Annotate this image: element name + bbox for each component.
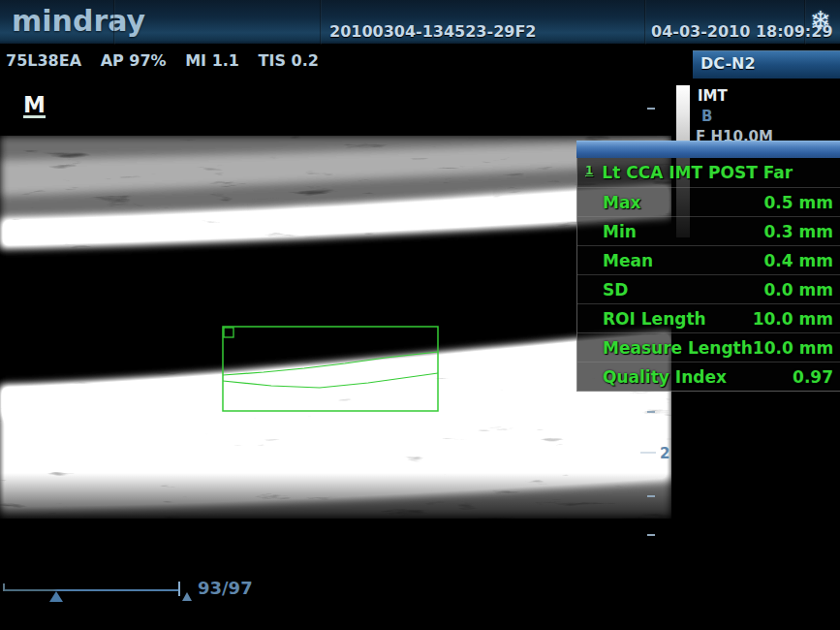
depth-tick — [647, 108, 655, 110]
result-value: 10.0 mm — [753, 338, 833, 358]
measurement-title: Lt CCA IMT POST Far — [602, 163, 793, 182]
cine-frame-counter: 93/97 — [198, 578, 253, 598]
result-value: 0.0 mm — [764, 280, 833, 299]
probe-orientation-marker: M — [23, 92, 46, 118]
measurement-results-panel: 1Lt CCA IMT POST Far Max 0.5 mm Min 0.3 … — [576, 141, 840, 392]
submode-label: B — [701, 108, 712, 125]
results-title-row: 1Lt CCA IMT POST Far — [577, 158, 840, 187]
result-label: Quality Index — [603, 367, 727, 387]
exam-id: 20100304-134523-29F2 — [329, 22, 536, 41]
result-value: 0.4 mm — [764, 251, 833, 270]
cine-scrollbar[interactable] — [3, 589, 180, 591]
topbar-divider — [644, 0, 646, 45]
result-row-min: Min 0.3 mm — [577, 216, 840, 245]
imaging-mode-label: IMT — [698, 87, 728, 105]
topbar-divider — [320, 0, 322, 45]
depth-label: 2 — [660, 445, 669, 462]
result-row-roi-length: ROI Length 10.0 mm — [577, 303, 840, 332]
result-row-measure-length: Measure Length 10.0 mm — [577, 332, 840, 362]
cine-end-marker — [178, 582, 180, 596]
mindray-logo: mindray — [12, 4, 145, 38]
result-label: Max — [603, 193, 640, 212]
result-row-max: Max 0.5 mm — [577, 187, 840, 216]
result-value: 0.97 — [793, 367, 833, 387]
thermal-index: TIS 0.2 — [259, 51, 319, 70]
result-label: Mean — [603, 251, 653, 270]
measurement-index: 1 — [585, 164, 593, 177]
cine-start-tick — [3, 583, 5, 591]
result-label: Min — [603, 222, 637, 241]
result-row-sd: SD 0.0 mm — [577, 274, 840, 303]
freeze-snowflake-icon[interactable]: ❄ — [810, 6, 831, 35]
ultrasound-image[interactable] — [0, 136, 671, 519]
depth-tick — [647, 534, 655, 536]
ultrasound-render — [0, 136, 671, 519]
depth-tick — [647, 411, 655, 413]
result-row-quality-index: Quality Index 0.97 — [577, 362, 840, 391]
result-label: ROI Length — [603, 309, 706, 329]
depth-tick — [647, 495, 655, 497]
results-panel-body: 1Lt CCA IMT POST Far Max 0.5 mm Min 0.3 … — [576, 158, 840, 392]
depth-fade — [0, 473, 671, 519]
result-value: 10.0 mm — [753, 309, 833, 329]
result-row-mean: Mean 0.4 mm — [577, 245, 840, 274]
probe-model: 75L38EA — [6, 51, 81, 70]
depth-tick-major — [640, 452, 656, 454]
acoustic-power: AP 97% — [101, 51, 167, 70]
topbar-divider — [113, 0, 115, 45]
system-model-tab: DC-N2 — [693, 50, 840, 79]
probe-status-line: 75L38EA AP 97% MI 1.1 TIS 0.2 — [6, 51, 332, 70]
orientation-marker-letter: M — [23, 92, 46, 117]
result-value: 0.5 mm — [764, 193, 833, 212]
top-bar: mindray 20100304-134523-29F2 04-03-2010 … — [0, 0, 840, 45]
result-value: 0.3 mm — [764, 222, 833, 241]
system-model-label: DC-N2 — [700, 54, 756, 73]
mechanical-index: MI 1.1 — [185, 51, 239, 70]
datetime: 04-03-2010 18:09:29 — [651, 22, 833, 41]
cine-position-marker[interactable] — [49, 591, 63, 602]
cine-end-arrow-icon — [182, 592, 192, 601]
result-label: SD — [603, 280, 628, 299]
result-label: Measure Length — [603, 338, 753, 358]
results-panel-titlebar — [576, 141, 840, 158]
